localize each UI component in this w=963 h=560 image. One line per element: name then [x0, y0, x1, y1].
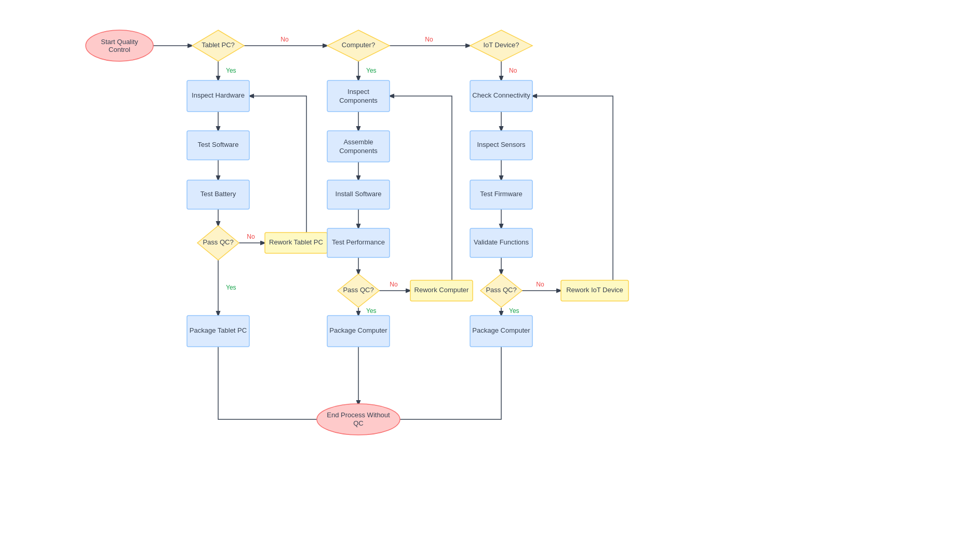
flowchart-diagram: No No No Yes No Yes Yes No Yes [0, 0, 963, 560]
rework-tablet-label: Rework Tablet PC [269, 238, 323, 246]
assemble-comp-node [327, 131, 390, 162]
no-label-pass-qc-iot: No [536, 281, 544, 288]
pkg-iot-label: Package Computer [472, 326, 530, 334]
test-perf-label: Test Performance [332, 238, 385, 246]
validate-func-label: Validate Functions [474, 238, 529, 246]
inspect-comp-label1: Inspect [347, 88, 369, 95]
start-label: Start Quality [101, 38, 138, 46]
no-label-pass-qc-tablet: No [247, 233, 255, 240]
yes-label-pass-qc-iot: Yes [509, 307, 519, 315]
end-label1: End Process Without [327, 411, 390, 419]
no-label-computer: No [425, 36, 433, 43]
iot-label: IoT Device? [483, 41, 519, 49]
rework-iot-label: Rework IoT Device [566, 286, 623, 294]
no-label-iot: No [509, 67, 517, 74]
test-firm-label: Test Firmware [480, 190, 523, 198]
inspect-sens-label: Inspect Sensors [477, 141, 526, 148]
pass-qc-iot-label: Pass QC? [486, 286, 516, 294]
test-software-label: Test Software [198, 141, 239, 148]
inspect-hardware-label: Inspect Hardware [192, 91, 245, 99]
pass-qc-comp-label: Pass QC? [343, 286, 373, 294]
yes-label-pass-qc-tablet: Yes [226, 284, 236, 291]
tablet-pc-label: Tablet PC? [202, 41, 235, 49]
check-conn-label: Check Connectivity [472, 91, 530, 99]
no-label-tablet: No [280, 36, 289, 43]
start-label2: Control [109, 46, 130, 53]
assemble-comp-label1: Assemble [343, 138, 373, 146]
assemble-comp-label2: Components [339, 147, 378, 155]
install-sw-label: Install Software [336, 190, 382, 198]
pkg-comp-label: Package Computer [329, 326, 387, 334]
inspect-comp-label2: Components [339, 97, 378, 104]
end-label2: QC [353, 419, 364, 427]
pkg-tablet-label: Package Tablet PC [190, 326, 247, 334]
test-battery-label: Test Battery [200, 190, 236, 198]
yes-label-tablet: Yes [226, 67, 236, 74]
rework-comp-label: Rework Computer [414, 286, 469, 294]
inspect-comp-node [327, 80, 390, 112]
computer-label: Computer? [342, 41, 375, 49]
pass-qc-tablet-label: Pass QC? [203, 238, 233, 246]
yes-label-pass-qc-comp: Yes [366, 307, 377, 315]
no-label-pass-qc-comp: No [390, 281, 398, 288]
yes-label-computer: Yes [366, 67, 377, 74]
